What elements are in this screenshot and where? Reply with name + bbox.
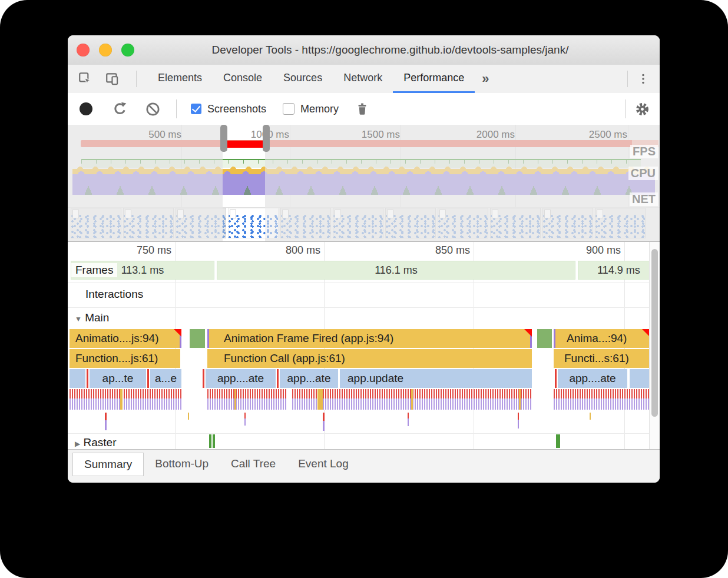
event-mark[interactable] <box>105 413 107 430</box>
raster-task-bar[interactable] <box>209 434 211 448</box>
style-layout-activity-group[interactable] <box>554 389 650 410</box>
trash-icon <box>355 101 370 117</box>
flame-bar-long-task-sliver[interactable] <box>277 369 279 388</box>
main-menu-button[interactable] <box>635 71 651 87</box>
screenshots-label[interactable]: Screenshots <box>207 103 266 115</box>
flame-bar-function-call[interactable]: Function Call (app.js:61) <box>207 349 532 368</box>
expanded-arrow-icon: ▼ <box>75 315 82 323</box>
overview-ruler-label: 1000 ms <box>224 129 289 141</box>
event-mark[interactable] <box>323 413 325 431</box>
reload-icon <box>112 101 128 117</box>
activity-gap <box>287 389 292 410</box>
detail-ruler-label: 900 ms <box>560 244 621 257</box>
tab-console[interactable]: Console <box>213 65 273 93</box>
detail-ruler-label: 850 ms <box>409 244 470 257</box>
tab-network[interactable]: Network <box>333 65 393 93</box>
flame-bar-function-call[interactable]: Function....js:61) <box>70 349 180 368</box>
detail-ruler-label: 750 ms <box>110 244 171 257</box>
flame-bar-app-update[interactable]: app.update <box>340 369 532 388</box>
zoom-button[interactable] <box>121 44 134 57</box>
overview-ruler-label: 1500 ms <box>335 129 400 141</box>
flame-bar-app-update[interactable] <box>70 369 85 388</box>
bottom-tab-bar: Summary Bottom-Up Call Tree Event Log <box>68 449 660 483</box>
script-activity-sliver <box>411 389 413 410</box>
tab-event-log[interactable]: Event Log <box>287 453 360 475</box>
tab-call-tree[interactable]: Call Tree <box>220 453 287 475</box>
tab-sources[interactable]: Sources <box>273 65 333 93</box>
frame-bar[interactable]: 114.9 ms <box>578 261 660 280</box>
flame-bar-paint[interactable] <box>537 329 552 348</box>
flame-bar-app-update[interactable]: ap...te <box>90 369 146 388</box>
frames-row-label: Frames <box>71 263 117 277</box>
timeline-overview[interactable]: 500 ms 1000 ms 1500 ms 2000 ms 2500 ms F… <box>68 125 660 241</box>
device-toolbar-button[interactable] <box>104 71 121 87</box>
fps-lane-label: FPS <box>630 145 658 158</box>
overview-dim-right <box>265 125 660 241</box>
record-button[interactable] <box>80 102 92 115</box>
flame-bar-long-task-sliver[interactable] <box>555 369 557 388</box>
reload-and-record-button[interactable] <box>111 101 128 117</box>
flame-bar-animation-frame-fired[interactable]: Animation Frame Fired (app.js:94) <box>207 329 532 348</box>
inspect-element-button[interactable] <box>77 71 94 87</box>
overview-ruler-label: 2500 ms <box>562 129 627 141</box>
flame-bar-paint[interactable] <box>190 329 205 348</box>
toolbar-divider <box>136 71 137 87</box>
tab-performance[interactable]: Performance <box>393 65 475 93</box>
style-layout-activity-group[interactable] <box>207 389 532 410</box>
scrollbar-thumb[interactable] <box>651 249 658 417</box>
flame-bar-app-update[interactable] <box>630 369 650 388</box>
overview-activity-bar-selected <box>227 141 263 148</box>
flame-bar-function-call[interactable]: Functi...s:61) <box>554 349 650 368</box>
event-mark[interactable] <box>188 413 189 420</box>
memory-checkbox[interactable] <box>283 103 294 115</box>
interactions-row <box>68 282 660 308</box>
flame-bar-app-update[interactable]: a...e <box>150 369 181 388</box>
tab-bottom-up[interactable]: Bottom-Up <box>144 453 220 475</box>
window-title: Developer Tools - https://googlechrome.g… <box>138 35 642 65</box>
minimize-button[interactable] <box>99 44 112 57</box>
flame-bar-long-task-sliver[interactable] <box>203 369 204 388</box>
flame-bar-app-update[interactable]: app....ate <box>206 369 276 388</box>
event-mark[interactable] <box>590 413 591 420</box>
event-mark[interactable] <box>518 413 519 428</box>
screenshots-checkbox[interactable] <box>191 104 201 114</box>
script-activity-sliver <box>519 389 521 410</box>
flame-bar-app-update[interactable]: app...ate <box>280 369 338 388</box>
flame-bar-animation-frame-fired[interactable]: Anima...:94) <box>554 329 650 348</box>
flame-bar-long-task-sliver[interactable] <box>147 369 149 388</box>
selection-handle-right[interactable] <box>263 125 270 152</box>
devtools-window: Developer Tools - https://googlechrome.g… <box>68 35 660 483</box>
frame-bar[interactable]: 116.1 ms <box>217 261 575 280</box>
toolbar-divider <box>176 99 177 118</box>
timeline-detail-pane[interactable]: 750 ms 800 ms 850 ms 900 ms 113.1 ms 116… <box>68 241 660 450</box>
event-mark[interactable] <box>244 413 246 426</box>
flame-bar-animation-frame-fired[interactable]: Animatio....js:94) <box>70 329 181 348</box>
detail-ruler-label: 800 ms <box>259 244 320 257</box>
event-mark[interactable] <box>408 413 409 426</box>
devtools-tab-bar: Elements Console Sources Network Perform… <box>68 65 660 94</box>
memory-label[interactable]: Memory <box>300 103 339 115</box>
performance-toolbar: Screenshots Memory <box>68 93 660 125</box>
flame-bar-long-task-sliver[interactable] <box>87 369 88 388</box>
detail-scrollbar[interactable] <box>649 242 660 450</box>
more-tabs-icon[interactable]: » <box>475 65 496 92</box>
collect-garbage-button[interactable] <box>354 101 370 117</box>
clear-recording-button[interactable] <box>144 101 161 117</box>
gear-icon <box>634 101 650 117</box>
selection-handle-left[interactable] <box>220 125 227 152</box>
tab-elements[interactable]: Elements <box>147 65 213 93</box>
main-section-toggle[interactable]: ▼ Main <box>75 311 109 324</box>
raster-section-toggle[interactable]: ▶ Raster <box>75 436 116 449</box>
script-activity-sliver <box>234 389 236 410</box>
close-button[interactable] <box>77 44 90 57</box>
flame-bar-app-update[interactable]: app....ate <box>558 369 627 388</box>
raster-task-bar[interactable] <box>213 434 215 448</box>
style-layout-activity-group[interactable] <box>70 389 181 410</box>
raster-task-bar[interactable] <box>556 434 560 448</box>
toolbar-divider <box>625 99 626 118</box>
settings-button[interactable] <box>634 101 650 117</box>
collapsed-arrow-icon: ▶ <box>75 440 80 448</box>
tab-summary[interactable]: Summary <box>72 453 144 476</box>
title-bar: Developer Tools - https://googlechrome.g… <box>68 35 660 65</box>
kebab-menu-icon <box>636 72 650 86</box>
